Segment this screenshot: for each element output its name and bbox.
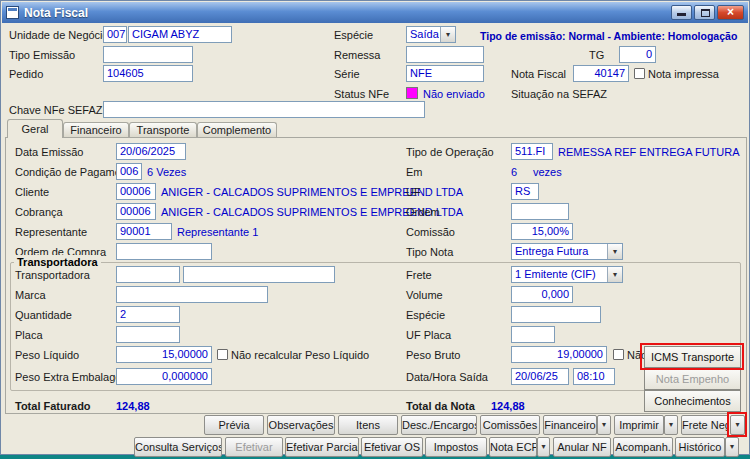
serie-input[interactable]: NFE xyxy=(406,65,484,82)
nota-fiscal-input[interactable]: 40147 xyxy=(573,65,629,82)
frete-neg-dropdown-button[interactable]: ▾ xyxy=(730,415,745,435)
close-icon: × xyxy=(718,6,743,19)
representante-input[interactable]: 90001 xyxy=(116,223,172,240)
peso-bruto-input[interactable]: 19,00000 xyxy=(511,346,607,363)
nao-recalcular-peso-bruto-checkbox[interactable] xyxy=(613,349,624,360)
pedido-input[interactable]: 104605 xyxy=(103,65,193,82)
imprimir-button[interactable]: Imprimir xyxy=(614,415,664,435)
uf-placa-input[interactable] xyxy=(511,326,555,343)
desc-encargos-button[interactable]: Desc./Encargos xyxy=(401,415,477,435)
nota-impressa-label: Nota impressa xyxy=(648,66,719,82)
ordem-compra-input[interactable] xyxy=(116,243,212,260)
quantidade-input[interactable]: 2 xyxy=(116,306,180,323)
nota-fiscal-window: Nota Fiscal × Unidade de Negócio 007 CIG… xyxy=(0,0,750,455)
efetivar-os-button[interactable]: Efetivar OS xyxy=(361,437,423,457)
imprimir-dropdown-button[interactable]: ▾ xyxy=(664,415,678,435)
tipo-emissao-label: Tipo Emissão xyxy=(9,47,75,63)
data-emissao-input[interactable]: 20/06/2025 xyxy=(116,143,186,160)
nao-recalcular-peso-liquido-label: Não recalcular Peso Líquido xyxy=(231,347,369,363)
cliente-label: Cliente xyxy=(15,184,49,200)
tipo-nota-value: Entrega Futura xyxy=(515,244,606,259)
volume-input[interactable]: 0,000 xyxy=(511,286,573,303)
especie-volume-label: Espécie xyxy=(406,307,445,323)
em-value: 6 xyxy=(511,164,517,180)
comissao-input[interactable]: 15,00% xyxy=(511,223,573,240)
cliente-input[interactable]: 00006 xyxy=(116,183,156,200)
anular-nf-button[interactable]: Anular NF xyxy=(553,437,611,457)
comissao-label: Comissão xyxy=(406,224,455,240)
data-saida-input[interactable]: 20/06/25 xyxy=(511,368,569,385)
cobranca-input[interactable]: 00006 xyxy=(116,203,156,220)
especie-value: Saída xyxy=(410,27,439,42)
impostos-button[interactable]: Impostos xyxy=(425,437,487,457)
comissoes-button[interactable]: Comissões xyxy=(480,415,540,435)
especie-volume-input[interactable] xyxy=(511,306,601,323)
nota-ecf-button[interactable]: Nota ECF xyxy=(489,437,537,457)
peso-liquido-input[interactable]: 15,00000 xyxy=(116,346,212,363)
tipo-nota-select[interactable]: Entrega Futura ▾ xyxy=(511,243,623,260)
marca-label: Marca xyxy=(15,287,46,303)
acompanh-button[interactable]: Acompanh. xyxy=(613,437,673,457)
previa-button[interactable]: Prévia xyxy=(204,415,264,435)
tg-input[interactable]: 0 xyxy=(619,46,656,63)
ordem-input[interactable] xyxy=(511,203,569,220)
nao-recalcular-peso-liquido-checkbox[interactable] xyxy=(217,349,228,360)
placa-label: Placa xyxy=(15,327,43,343)
transportadora-code-input[interactable] xyxy=(116,266,180,283)
app-icon xyxy=(6,6,19,19)
chevron-down-icon[interactable]: ▾ xyxy=(607,244,622,259)
unidade-negocio-code-input[interactable]: 007 xyxy=(103,26,127,43)
tipo-operacao-input[interactable]: 511.FI xyxy=(511,143,553,160)
chave-nfe-input[interactable] xyxy=(103,101,425,118)
frete-select[interactable]: 1 Emitente (CIF) ▾ xyxy=(511,266,623,283)
representante-label: Representante xyxy=(15,224,87,240)
maximize-button[interactable] xyxy=(694,5,715,20)
representante-desc: Representante 1 xyxy=(177,224,258,240)
minimize-button[interactable] xyxy=(671,5,692,20)
window-controls: × xyxy=(671,5,744,20)
situacao-sefaz-label: Situação na SEFAZ xyxy=(511,86,607,102)
marca-input[interactable] xyxy=(116,286,268,303)
menu-item-icms-transporte[interactable]: ICMS Transporte xyxy=(644,346,741,368)
uf-input[interactable]: RS xyxy=(511,183,539,200)
itens-button[interactable]: Itens xyxy=(338,415,398,435)
observacoes-button[interactable]: Observações xyxy=(267,415,335,435)
financeiro-button[interactable]: Financeiro xyxy=(543,415,597,435)
peso-extra-input[interactable]: 0,000000 xyxy=(116,368,212,385)
tipo-emissao-input[interactable] xyxy=(103,46,193,63)
menu-item-conhecimentos[interactable]: Conhecimentos xyxy=(644,390,741,412)
title-bar: Nota Fiscal × xyxy=(2,2,748,23)
tipo-operacao-desc: REMESSA REF ENTREGA FUTURA xyxy=(558,144,740,160)
tab-transporte[interactable]: Transporte xyxy=(129,122,197,137)
chevron-down-icon[interactable]: ▾ xyxy=(440,27,455,42)
chevron-down-icon[interactable]: ▾ xyxy=(607,267,622,282)
nota-ecf-dropdown-button[interactable]: ▾ xyxy=(537,437,550,457)
volume-label: Volume xyxy=(406,287,443,303)
transportadora-name-input[interactable] xyxy=(183,266,335,283)
transportadora-label: Transportadora xyxy=(15,267,90,283)
historico-button[interactable]: Histórico xyxy=(675,437,725,457)
uf-label: UF xyxy=(406,184,421,200)
financeiro-dropdown-button[interactable]: ▾ xyxy=(597,415,611,435)
status-nfe-label: Status NFe xyxy=(334,86,389,102)
remessa-input[interactable] xyxy=(406,46,484,63)
historico-dropdown-button[interactable]: ▾ xyxy=(725,437,739,457)
uf-placa-label: UF Placa xyxy=(406,327,451,343)
consulta-servicos-button[interactable]: Consulta Serviços xyxy=(134,437,222,457)
hora-saida-input[interactable]: 08:10 xyxy=(573,368,615,385)
efetivar-button: Efetivar xyxy=(225,437,283,457)
tab-geral[interactable]: Geral xyxy=(7,119,63,138)
tg-label: TG xyxy=(589,47,604,63)
nota-impressa-checkbox[interactable] xyxy=(634,68,645,79)
efetivar-parcial-button[interactable]: Efetivar Parcial xyxy=(285,437,359,457)
tipo-operacao-label: Tipo de Operação xyxy=(406,144,494,160)
emissao-ambiente-info: Tipo de emissão: Normal - Ambiente: Homo… xyxy=(480,28,737,44)
condicao-pagamento-input[interactable]: 006 xyxy=(116,163,142,180)
serie-label: Série xyxy=(334,66,360,82)
tab-financeiro[interactable]: Financeiro xyxy=(63,122,129,137)
placa-input[interactable] xyxy=(116,326,180,343)
especie-select[interactable]: Saída ▾ xyxy=(406,26,456,43)
close-button[interactable]: × xyxy=(717,5,744,20)
frete-neg-button[interactable]: Frete Neg. xyxy=(681,415,729,435)
tab-complemento[interactable]: Complemento xyxy=(197,122,277,137)
